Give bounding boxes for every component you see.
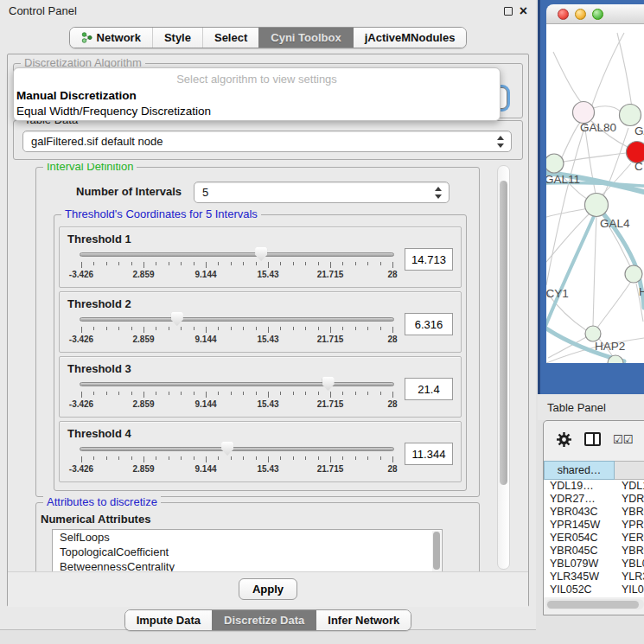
tick-label: 15.43 xyxy=(257,270,278,279)
table-row[interactable]: YER054CYER0 xyxy=(544,532,644,545)
table-header-row: shared… na xyxy=(544,461,644,480)
table-row[interactable]: YPR145WYPR1 xyxy=(544,519,644,532)
node-ga[interactable] xyxy=(620,105,641,126)
thresholds-group: Threshold's Coordinates for 5 Intervals … xyxy=(54,214,467,491)
slider-track[interactable] xyxy=(80,382,394,386)
apply-button[interactable]: Apply xyxy=(239,578,297,600)
column-header-name[interactable]: na xyxy=(615,461,644,480)
slider-ticks xyxy=(81,392,392,399)
list-item[interactable]: TopologicalCoefficient xyxy=(53,545,442,559)
table-cell: YPR145W xyxy=(544,519,615,532)
table-data-combobox[interactable]: galFiltered.sif default node xyxy=(22,131,512,152)
algorithm-dropdown-popup: Select algorithm to view settings Manual… xyxy=(13,67,501,121)
tab-select[interactable]: Select xyxy=(202,28,258,48)
select-all-checks-icon[interactable]: ☑☑ xyxy=(613,434,633,445)
table-cell: YER0 xyxy=(615,532,644,545)
group-title: Interval Definition xyxy=(43,163,137,174)
tab-network[interactable]: Network xyxy=(70,28,152,48)
node-label: HAP2 xyxy=(595,340,625,353)
threshold-2-slider[interactable]: -3.4262.8599.14415.4321.71528 xyxy=(80,311,394,346)
tick-label: 28 xyxy=(387,270,397,279)
num-intervals-combobox[interactable]: 5 xyxy=(194,182,450,203)
column-header-shared-name[interactable]: shared… xyxy=(544,461,615,480)
tab-infer-network[interactable]: Infer Network xyxy=(316,610,411,630)
table-cell: YBL079W xyxy=(544,558,615,571)
table-horizontal-scrollbar[interactable] xyxy=(545,599,644,609)
slider-thumb[interactable] xyxy=(221,442,233,456)
threshold-1-value-field[interactable] xyxy=(405,248,453,271)
tab-jactivemnodules[interactable]: jActiveMNodules xyxy=(353,28,467,48)
table-row[interactable]: YLR345WYLR3 xyxy=(544,571,644,583)
threshold-label: Threshold 4 xyxy=(60,422,461,441)
slider-track[interactable] xyxy=(80,447,394,451)
scrollbar-thumb[interactable] xyxy=(433,532,440,570)
threshold-4-slider[interactable]: -3.4262.8599.14415.4321.71528 xyxy=(80,441,394,475)
table-row[interactable]: YDL19…YDL1 xyxy=(544,480,644,493)
group-title: Threshold's Coordinates for 5 Intervals xyxy=(61,207,261,221)
slider-scale-labels: -3.4262.8599.14415.4321.71528 xyxy=(81,270,392,280)
table-row[interactable]: YBR045CYBR0 xyxy=(544,545,644,558)
dropdown-option-equal-width-frequency[interactable]: Equal Width/Frequency Discretization xyxy=(14,104,500,119)
list-item[interactable]: SelfLoops xyxy=(53,530,442,545)
tab-cyni-toolbox[interactable]: Cyni Toolbox xyxy=(258,28,352,48)
scrollbar-thumb[interactable] xyxy=(500,181,507,485)
threshold-label: Threshold 2 xyxy=(60,292,461,311)
table-row[interactable]: YIL052CYIL0 xyxy=(544,583,644,596)
tick-label: 2.859 xyxy=(132,464,154,474)
numerical-attributes-label: Numerical Attributes xyxy=(41,513,150,526)
threshold-2-value-field[interactable] xyxy=(405,313,453,335)
threshold-4-panel: Threshold 4 -3.4262.8599.14415.4321.7152… xyxy=(59,421,462,482)
slider-track[interactable] xyxy=(80,252,394,257)
threshold-3-value-field[interactable] xyxy=(405,378,453,400)
threshold-4-value-field[interactable] xyxy=(405,443,453,465)
node-label: GAL4 xyxy=(600,217,630,230)
node-gal80[interactable] xyxy=(573,102,595,124)
slider-thumb[interactable] xyxy=(322,377,335,391)
slider-thumb[interactable] xyxy=(171,312,183,326)
panel-title: Control Panel xyxy=(9,4,77,17)
network-canvas[interactable]: GAL80 GA C GAL11 GAL4 GCY1 H HAP2 xyxy=(546,24,644,363)
columns-icon[interactable] xyxy=(584,432,601,446)
node-h[interactable] xyxy=(625,265,642,283)
tab-label: jActiveMNodules xyxy=(365,31,456,44)
zoom-traffic-light-icon[interactable] xyxy=(592,9,603,20)
tick-label: 28 xyxy=(387,335,397,344)
tab-discretize-data[interactable]: Discretize Data xyxy=(212,610,316,630)
panel-scrollbar[interactable] xyxy=(497,165,510,570)
table-cell: YLR3 xyxy=(615,571,644,583)
table-row[interactable]: YBL079WYBL0 xyxy=(544,558,644,571)
node-gal11[interactable] xyxy=(546,154,564,173)
slider-track[interactable] xyxy=(80,317,394,322)
gear-icon[interactable] xyxy=(556,431,572,448)
table-data-group: Table Data galFiltered.sif default node xyxy=(13,120,523,160)
close-traffic-light-icon[interactable] xyxy=(558,9,569,20)
tab-style[interactable]: Style xyxy=(152,28,202,48)
table-row[interactable]: YDR27…YDR2 xyxy=(544,493,644,506)
table-cell: YBR043C xyxy=(544,506,615,519)
table-panel-title: Table Panel xyxy=(547,401,606,414)
stepper-icon xyxy=(497,136,505,148)
threshold-3-panel: Threshold 3 -3.4262.8599.14415.4321.7152… xyxy=(59,356,462,418)
node-label: GA xyxy=(634,124,644,137)
node-gal4[interactable] xyxy=(585,194,609,217)
node-label: GAL11 xyxy=(546,173,580,186)
list-item[interactable]: BetweennessCentrality xyxy=(53,559,442,571)
table-cell: YBL0 xyxy=(615,558,644,571)
threshold-1-panel: Threshold 1 -3.4262.8599.14415.4321.7152… xyxy=(59,226,462,288)
minimize-traffic-light-icon[interactable] xyxy=(575,9,586,20)
close-icon[interactable]: × xyxy=(520,7,527,16)
threshold-1-slider[interactable]: -3.4262.8599.14415.4321.71528 xyxy=(80,246,394,281)
float-window-icon[interactable] xyxy=(504,7,513,16)
dropdown-option-manual-discretization[interactable]: Manual Discretization xyxy=(14,88,500,104)
tick-label: 21.715 xyxy=(317,270,344,279)
apply-bar: Apply xyxy=(8,571,528,607)
table-row[interactable]: YBR043CYBR0 xyxy=(544,506,644,519)
top-tab-bar: Network Style Select Cyni Toolbox jActiv… xyxy=(0,27,536,48)
slider-ticks xyxy=(81,262,392,269)
slider-thumb[interactable] xyxy=(255,247,267,261)
scrollbar-thumb[interactable] xyxy=(547,601,639,609)
list-scrollbar[interactable] xyxy=(432,531,441,571)
threshold-3-slider[interactable]: -3.4262.8599.14415.4321.71528 xyxy=(80,376,394,411)
tab-impute-data[interactable]: Impute Data xyxy=(125,610,212,630)
table-cell: YIL052C xyxy=(544,583,615,596)
